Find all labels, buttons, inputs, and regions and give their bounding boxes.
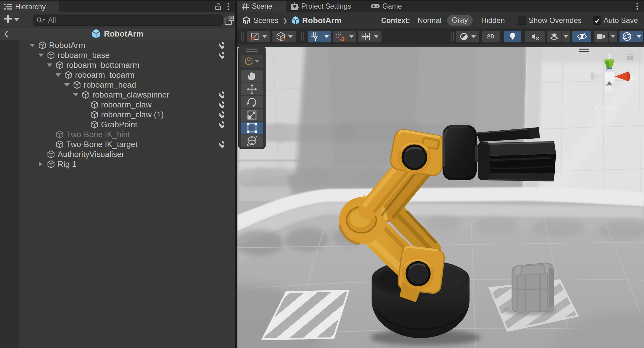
svg-text:y: y [608,51,611,59]
svg-text:x: x [631,73,634,81]
svg-text:Y: Y [314,37,317,41]
svg-text:Persp: Persp [602,105,619,112]
